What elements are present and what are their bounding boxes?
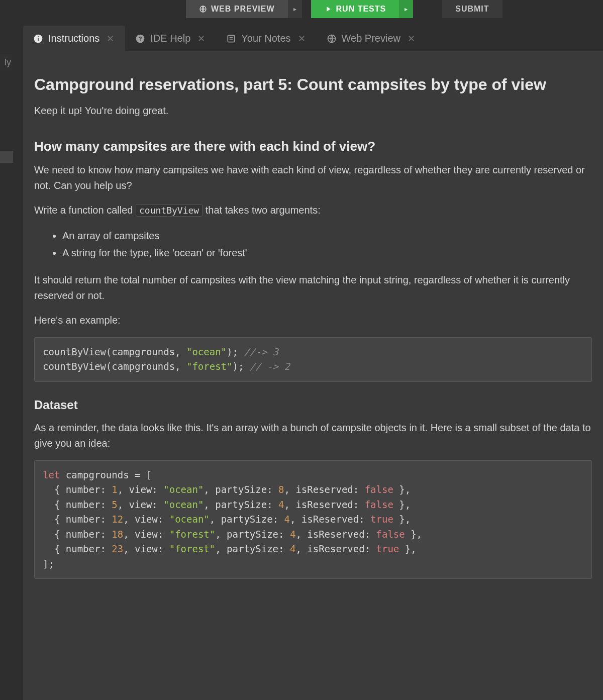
code-token: //-> 3 — [244, 346, 278, 357]
run-tests-button[interactable]: RUN TESTS — [311, 0, 399, 18]
close-icon[interactable]: ✕ — [197, 33, 205, 44]
play-icon — [324, 5, 332, 13]
code-token: countByView(campgrounds, — [43, 346, 186, 357]
arguments-list: An array of campsites A string for the t… — [62, 227, 592, 261]
code-token: "forest" — [186, 361, 233, 372]
tab-label: IDE Help — [150, 33, 190, 44]
web-preview-label: WEB PREVIEW — [211, 5, 275, 14]
paragraph: As a reminder, the data looks like this.… — [34, 420, 592, 451]
svg-rect-2 — [38, 38, 39, 41]
tab-your-notes[interactable]: Your Notes ✕ — [216, 26, 316, 51]
globe-icon — [199, 5, 207, 13]
paragraph: Here's an example: — [34, 313, 592, 328]
paragraph: We need to know how many campsites we ha… — [34, 162, 592, 193]
text-run: Write a function called — [34, 205, 136, 216]
list-item: A string for the type, like 'ocean' or '… — [62, 244, 592, 261]
close-icon[interactable]: ✕ — [298, 33, 306, 44]
dropdown-caret[interactable]: ▸ — [288, 0, 302, 18]
inline-code: countByView — [136, 204, 203, 217]
info-circle-icon — [33, 34, 43, 44]
page-title: Campground reservations, part 5: Count c… — [34, 75, 592, 94]
globe-icon — [327, 34, 337, 44]
submit-button[interactable]: SUBMIT — [442, 0, 502, 18]
paragraph: It should return the total number of cam… — [34, 272, 592, 304]
close-icon[interactable]: ✕ — [107, 33, 114, 44]
example-code-block: countByView(campgrounds, "ocean"); //-> … — [34, 337, 592, 382]
tab-ide-help[interactable]: ? IDE Help ✕ — [125, 26, 216, 51]
tab-label: Web Preview — [342, 33, 400, 44]
left-gutter-fragment: ly — [0, 54, 12, 71]
close-icon[interactable]: ✕ — [408, 33, 415, 44]
tab-label: Instructions — [48, 33, 99, 44]
list-item: An array of campsites — [62, 227, 592, 244]
tab-label: Your Notes — [241, 33, 290, 44]
question-circle-icon: ? — [135, 34, 145, 44]
tab-bar: Instructions ✕ ? IDE Help ✕ Your Notes ✕… — [0, 18, 603, 51]
code-token: "ocean" — [186, 346, 227, 357]
run-tests-label: RUN TESTS — [336, 5, 386, 14]
dropdown-caret[interactable]: ▸ — [399, 0, 413, 18]
text-run: that takes two arguments: — [203, 205, 321, 216]
top-action-bar: WEB PREVIEW ▸ RUN TESTS ▸ SUBMIT — [0, 0, 603, 18]
paragraph: Write a function called countByView that… — [34, 203, 592, 218]
svg-text:?: ? — [139, 35, 142, 42]
note-icon — [226, 34, 236, 44]
svg-rect-3 — [38, 36, 39, 37]
dataset-heading: Dataset — [34, 398, 592, 412]
dataset-code-block: let campgrounds = [ { number: 1, view: "… — [34, 460, 592, 579]
code-token: // -> 2 — [250, 361, 290, 372]
code-token: ); — [233, 361, 250, 372]
code-token: countByView(campgrounds, — [43, 361, 186, 372]
code-token: ); — [227, 346, 244, 357]
tab-instructions[interactable]: Instructions ✕ — [23, 26, 125, 51]
submit-label: SUBMIT — [455, 5, 489, 14]
intro-text: Keep it up! You're doing great. — [34, 103, 592, 119]
left-gutter-highlight — [0, 151, 13, 163]
tab-web-preview[interactable]: Web Preview ✕ — [317, 26, 426, 51]
web-preview-button[interactable]: WEB PREVIEW — [186, 0, 288, 18]
section-heading: How many campsites are there with each k… — [34, 139, 592, 154]
instructions-panel: Campground reservations, part 5: Count c… — [23, 51, 603, 700]
